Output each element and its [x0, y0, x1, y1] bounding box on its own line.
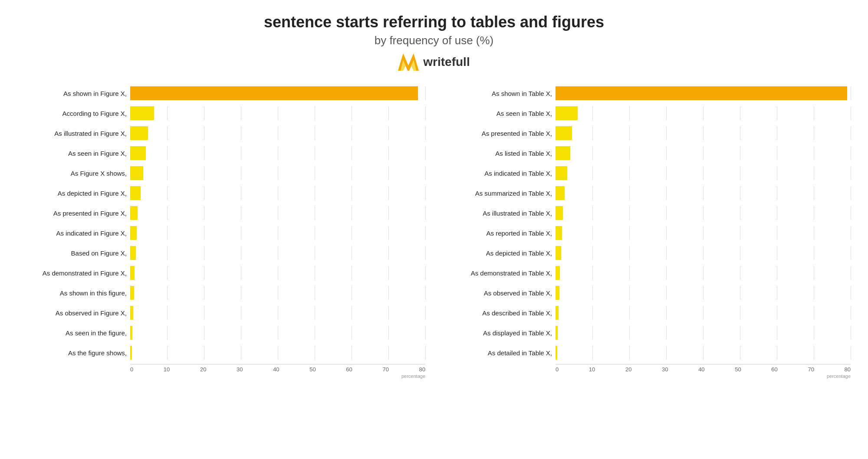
x-tick-label: 50 [309, 366, 316, 373]
bar-label: As presented in Figure X, [17, 210, 130, 217]
bar-label: Based on Figure X, [17, 249, 130, 257]
bar-fill [130, 146, 146, 160]
bar-label: As observed in Table X, [443, 289, 556, 297]
bar-fill [130, 126, 148, 140]
bar-row: As illustrated in Figure X, [17, 124, 425, 143]
x-tick-label: 10 [589, 366, 595, 373]
x-tick-label: 60 [346, 366, 352, 373]
bar-label: As reported in Table X, [443, 230, 556, 237]
x-tick-label: 50 [735, 366, 741, 373]
bar-fill [556, 246, 561, 260]
bar-row: As illustrated in Table X, [443, 203, 851, 223]
bar-fill [130, 86, 418, 100]
bar-label: As seen in the figure, [17, 329, 130, 337]
figures-chart-panel: As shown in Figure X,According to Figure… [17, 84, 425, 379]
bar-track [556, 286, 851, 300]
bar-fill [130, 306, 133, 320]
bar-track [130, 186, 425, 200]
bar-track [130, 226, 425, 240]
bar-fill [130, 206, 138, 220]
bar-row: As demonstrated in Table X, [443, 263, 851, 282]
bar-row: As depicted in Figure X, [17, 184, 425, 203]
bar-track [556, 326, 851, 340]
bar-fill [556, 286, 559, 300]
x-tick-label: 30 [662, 366, 668, 373]
bar-fill [556, 306, 559, 320]
bar-label: As observed in Figure X, [17, 309, 130, 317]
x-tick-label: 70 [808, 366, 814, 373]
bar-fill [556, 146, 570, 160]
bar-row: As observed in Table X, [443, 283, 851, 302]
bar-row: As seen in Table X, [443, 104, 851, 123]
x-tick-label: 60 [771, 366, 777, 373]
bar-row: As detailed in Table X, [443, 343, 851, 362]
x-tick-label: 20 [200, 366, 206, 373]
bar-track [130, 146, 425, 160]
page-header: sentence starts referring to tables and … [17, 13, 851, 71]
bar-fill [130, 186, 141, 200]
bar-label: As demonstrated in Table X, [443, 269, 556, 277]
bar-track [556, 206, 851, 220]
bar-label: As summarized in Table X, [443, 190, 556, 197]
bar-label: As depicted in Table X, [443, 249, 556, 257]
tables-chart-bar-chart: As shown in Table X,As seen in Table X,A… [443, 84, 851, 362]
bar-label: As illustrated in Figure X, [17, 130, 130, 137]
bar-fill [130, 226, 137, 240]
bar-fill [556, 266, 560, 280]
bar-row: As presented in Table X, [443, 124, 851, 143]
x-tick-label: 80 [419, 366, 425, 373]
x-tick-label: 40 [698, 366, 704, 373]
bar-row: As indicated in Table X, [443, 164, 851, 183]
bar-row: As depicted in Table X, [443, 243, 851, 262]
bar-track [130, 346, 425, 360]
bar-track [556, 246, 851, 260]
x-axis-container: 01020304050607080percentage [556, 364, 851, 379]
bar-label: As Figure X shows, [17, 170, 130, 177]
bar-label: As indicated in Figure X, [17, 230, 130, 237]
bar-label: As detailed in Table X, [443, 349, 556, 357]
bar-track [556, 346, 851, 360]
bar-track [130, 326, 425, 340]
bar-row: As seen in the figure, [17, 323, 425, 342]
bar-fill [130, 166, 143, 180]
x-tick-label: 0 [130, 366, 133, 373]
bar-track [130, 126, 425, 140]
bar-row: As indicated in Figure X, [17, 223, 425, 243]
tables-chart-panel: As shown in Table X,As seen in Table X,A… [443, 84, 851, 379]
bar-fill [130, 346, 132, 360]
bar-row: As the figure shows, [17, 343, 425, 362]
bar-label: As listed in Table X, [443, 150, 556, 157]
bar-fill [130, 106, 154, 120]
bar-label: As presented in Table X, [443, 130, 556, 137]
bar-track [556, 226, 851, 240]
bar-track [130, 86, 425, 100]
bar-label: As indicated in Table X, [443, 170, 556, 177]
bar-row: According to Figure X, [17, 104, 425, 123]
bar-fill [556, 126, 572, 140]
bar-fill [556, 346, 557, 360]
logo-text: writefull [423, 55, 470, 69]
bar-fill [130, 326, 132, 340]
bar-row: As Figure X shows, [17, 164, 425, 183]
x-axis-container: 01020304050607080percentage [130, 364, 425, 379]
bar-label: As described in Table X, [443, 309, 556, 317]
bar-row: As observed in Figure X, [17, 303, 425, 322]
bar-row: As displayed in Table X, [443, 323, 851, 342]
bar-fill [130, 246, 136, 260]
bar-fill [556, 226, 562, 240]
bar-label: As seen in Figure X, [17, 150, 130, 157]
bar-fill [556, 206, 563, 220]
bar-label: As illustrated in Table X, [443, 210, 556, 217]
bar-label: As depicted in Figure X, [17, 190, 130, 197]
bar-row: As described in Table X, [443, 303, 851, 322]
bar-track [556, 166, 851, 180]
bar-row: As shown in Table X, [443, 84, 851, 103]
logo-row: writefull [17, 53, 851, 71]
bar-track [130, 246, 425, 260]
charts-container: As shown in Figure X,According to Figure… [17, 84, 851, 379]
bar-track [130, 166, 425, 180]
x-tick-label: 30 [237, 366, 243, 373]
bar-track [130, 106, 425, 120]
x-tick-label: 20 [625, 366, 631, 373]
bar-track [556, 106, 851, 120]
